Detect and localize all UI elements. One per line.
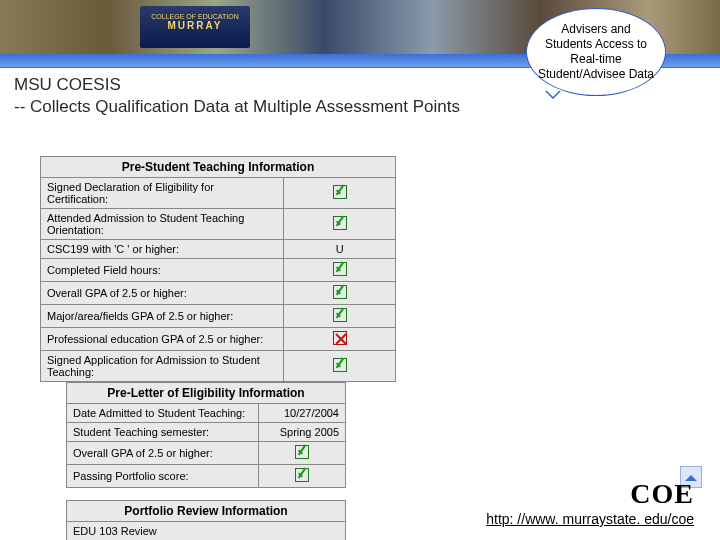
row-label: CSC199 with 'C ' or higher:	[41, 240, 284, 259]
row-value	[284, 305, 396, 328]
check-icon	[333, 358, 347, 372]
row-value	[259, 442, 346, 465]
table-row: Completed Field hours:	[41, 259, 396, 282]
check-icon	[333, 308, 347, 322]
callout-text: Advisers and Students Access to Real-tim…	[537, 22, 655, 82]
table-row: Professional education GPA of 2.5 or hig…	[41, 328, 396, 351]
row-value: 10/27/2004	[259, 404, 346, 423]
portfolio-row: EDU 103 Review	[67, 522, 346, 541]
table-row: Attended Admission to Student Teaching O…	[41, 209, 396, 240]
row-label: Signed Declaration of Eligibility for Ce…	[41, 178, 284, 209]
callout-bubble: Advisers and Students Access to Real-tim…	[526, 8, 666, 96]
row-value	[284, 209, 396, 240]
row-label: Attended Admission to Student Teaching O…	[41, 209, 284, 240]
portfolio-header: Portfolio Review Information	[67, 501, 346, 522]
portfolio-review-table: Portfolio Review Information EDU 103 Rev…	[66, 500, 346, 540]
left-table-header: Pre-Student Teaching Information	[41, 157, 396, 178]
pre-letter-eligibility-table: Pre-Letter of Eligibility Information Da…	[66, 382, 346, 488]
footer: COE http: //www. murraystate. edu/coe	[486, 478, 694, 528]
row-value: Spring 2005	[259, 423, 346, 442]
table-row: CSC199 with 'C ' or higher:U	[41, 240, 396, 259]
row-label: Signed Application for Admission to Stud…	[41, 351, 284, 382]
check-icon	[333, 216, 347, 230]
cross-icon	[333, 331, 347, 345]
row-value	[284, 259, 396, 282]
row-label: Major/area/fields GPA of 2.5 or higher:	[41, 305, 284, 328]
right-table-header: Pre-Letter of Eligibility Information	[67, 383, 346, 404]
table-row: Student Teaching semester:Spring 2005	[67, 423, 346, 442]
row-value	[284, 351, 396, 382]
table-row: Signed Application for Admission to Stud…	[41, 351, 396, 382]
row-label: Completed Field hours:	[41, 259, 284, 282]
row-label: Overall GPA of 2.5 or higher:	[41, 282, 284, 305]
college-logo: COLLEGE OF EDUCATION MURRAY	[140, 6, 250, 48]
footer-url[interactable]: http: //www. murraystate. edu/coe	[486, 511, 694, 527]
check-icon	[295, 468, 309, 482]
row-value	[284, 282, 396, 305]
logo-title: MURRAY	[140, 21, 250, 30]
row-label: Overall GPA of 2.5 or higher:	[67, 442, 259, 465]
check-icon	[333, 262, 347, 276]
table-row: Passing Portfolio score:	[67, 465, 346, 488]
table-row: Major/area/fields GPA of 2.5 or higher:	[41, 305, 396, 328]
check-icon	[333, 285, 347, 299]
row-label: Student Teaching semester:	[67, 423, 259, 442]
row-value: U	[284, 240, 396, 259]
table-row: Signed Declaration of Eligibility for Ce…	[41, 178, 396, 209]
title-line-2: -- Collects Qualification Data at Multip…	[14, 96, 706, 118]
row-label: Date Admitted to Student Teaching:	[67, 404, 259, 423]
table-row: Overall GPA of 2.5 or higher:	[41, 282, 396, 305]
row-label: Passing Portfolio score:	[67, 465, 259, 488]
coe-label: COE	[486, 478, 694, 510]
table-row: Date Admitted to Student Teaching:10/27/…	[67, 404, 346, 423]
check-icon	[333, 185, 347, 199]
check-icon	[295, 445, 309, 459]
row-value	[284, 328, 396, 351]
pre-student-teaching-table: Pre-Student Teaching Information Signed …	[40, 156, 396, 382]
row-value	[284, 178, 396, 209]
row-value	[259, 465, 346, 488]
row-label: Professional education GPA of 2.5 or hig…	[41, 328, 284, 351]
table-row: Overall GPA of 2.5 or higher:	[67, 442, 346, 465]
